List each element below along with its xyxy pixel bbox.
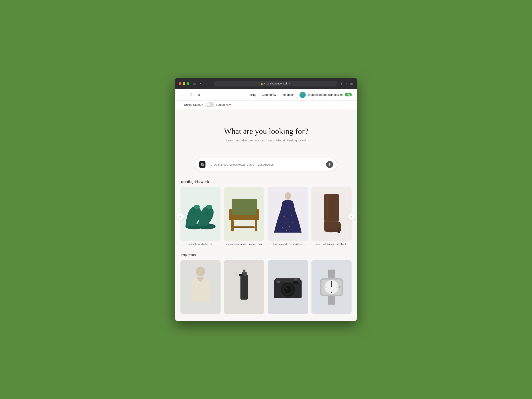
product-image <box>268 187 308 241</box>
svg-rect-12 <box>229 209 232 220</box>
svg-point-24 <box>289 226 290 227</box>
share-icon[interactable]: ⬆ <box>340 81 344 86</box>
svg-point-0 <box>301 93 304 97</box>
svg-point-7 <box>206 205 212 209</box>
product-card[interactable]: leah's roberto cavalli dress <box>268 187 308 246</box>
svg-point-45 <box>285 287 287 289</box>
svg-point-47 <box>294 278 298 281</box>
filter-icon[interactable]: ≡ <box>180 103 181 106</box>
close-button[interactable] <box>179 82 181 85</box>
diamond-icon[interactable]: ◈ <box>197 92 202 98</box>
search-new-toggle[interactable] <box>206 102 214 107</box>
pro-badge: Pro <box>345 93 352 96</box>
svg-rect-48 <box>293 281 298 284</box>
carousel-next-button[interactable]: › <box>348 213 355 220</box>
svg-rect-49 <box>328 270 335 279</box>
browser-controls-left: ⊡ ▾ <box>192 82 202 86</box>
browser-actions: ⬆ + ⊞ <box>340 81 353 86</box>
top-navigation: ↩ ♡ ◈ Pricing Community Feedback <box>175 89 357 101</box>
svg-rect-1 <box>201 164 203 165</box>
svg-rect-61 <box>338 286 341 288</box>
svg-rect-16 <box>234 227 255 228</box>
svg-point-23 <box>285 224 286 224</box>
refresh-icon[interactable]: ↻ <box>289 82 291 85</box>
country-label: United States <box>184 103 201 106</box>
svg-point-5 <box>194 205 200 209</box>
search-submit-button[interactable] <box>326 161 333 168</box>
svg-point-27 <box>286 230 287 231</box>
trending-title: Trending this Week <box>180 180 352 184</box>
chevron-down-icon[interactable]: ▾ <box>198 82 202 85</box>
svg-rect-58 <box>336 287 338 287</box>
svg-rect-14 <box>231 220 234 231</box>
product-card[interactable]: mid-century modern lounge chair <box>224 187 264 246</box>
back-icon[interactable]: ‹ <box>205 81 208 86</box>
search-input[interactable] <box>208 163 323 166</box>
inspiration-card[interactable] <box>268 260 308 314</box>
back-history-icon[interactable]: ↩ <box>180 92 185 98</box>
heart-icon[interactable]: ♡ <box>189 92 194 98</box>
svg-rect-46 <box>277 281 280 283</box>
svg-rect-10 <box>232 199 257 215</box>
trending-section: Trending this Week ‹ <box>175 180 357 253</box>
svg-rect-11 <box>229 215 259 220</box>
toggle-container: Search New <box>206 102 231 107</box>
svg-point-25 <box>282 228 283 228</box>
toolbar: ≡ United States ▾ Search New <box>175 101 357 109</box>
svg-point-30 <box>324 229 338 233</box>
user-email: shopencoreapp@gmail.com <box>307 93 343 96</box>
svg-point-38 <box>236 276 236 276</box>
search-bar[interactable] <box>195 158 337 171</box>
tabs-icon[interactable]: ⊞ <box>350 81 353 86</box>
minimize-button[interactable] <box>183 82 185 85</box>
lock-icon: 🔒 <box>260 82 263 85</box>
search-container <box>175 158 357 171</box>
country-selector[interactable]: United States ▾ <box>184 103 203 106</box>
search-camera-icon[interactable] <box>199 161 205 168</box>
inspiration-grid <box>180 260 352 314</box>
svg-rect-15 <box>255 220 257 231</box>
svg-point-31 <box>196 266 205 276</box>
product-image <box>311 187 352 241</box>
fullscreen-button[interactable] <box>187 82 189 85</box>
forward-icon[interactable]: › <box>209 81 211 86</box>
svg-point-20 <box>284 216 285 217</box>
toggle-label: Search New <box>216 103 231 106</box>
svg-rect-50 <box>328 296 335 304</box>
svg-rect-29 <box>338 228 340 233</box>
product-name: leah's roberto cavalli dress <box>268 242 308 246</box>
sidebar-toggle-icon[interactable]: ⊡ <box>192 82 197 86</box>
community-link[interactable]: Community <box>262 93 276 96</box>
carousel: ‹ <box>180 187 352 246</box>
nav-right: Pricing Community Feedback <box>248 92 352 98</box>
user-avatar <box>299 92 306 98</box>
svg-rect-32 <box>241 274 248 299</box>
svg-rect-3 <box>202 163 202 164</box>
inspiration-card[interactable] <box>224 260 264 314</box>
svg-rect-57 <box>325 287 327 287</box>
user-menu[interactable]: shopencoreapp@gmail.com Pro <box>299 92 352 98</box>
svg-point-22 <box>291 215 292 216</box>
hero-title: What are you looking for? <box>180 127 352 136</box>
address-bar[interactable]: 🔒 chat.shopencore.ai ↻ <box>214 81 337 86</box>
carousel-prev-button[interactable]: ‹ <box>177 213 184 220</box>
inspiration-card[interactable] <box>311 260 352 314</box>
svg-rect-56 <box>331 291 332 293</box>
traffic-lights <box>179 82 189 85</box>
svg-point-26 <box>292 222 293 223</box>
feedback-link[interactable]: Feedback <box>282 93 294 96</box>
product-card[interactable]: margiela tabi ballet flats <box>180 187 221 246</box>
product-card[interactable]: knee high banana heel boots <box>311 187 352 246</box>
hero-subtitle: Search and discover anything, secondhand… <box>180 139 352 142</box>
pricing-link[interactable]: Pricing <box>248 93 256 96</box>
inspiration-card[interactable] <box>180 260 221 314</box>
inspiration-title: Inspiration <box>180 253 352 257</box>
new-tab-icon[interactable]: + <box>345 81 348 86</box>
inspiration-section: Inspiration <box>175 253 357 321</box>
svg-rect-34 <box>243 270 245 273</box>
browser-window: ⊡ ▾ ‹ › 🔒 chat.shopencore.ai ↻ ⬆ + ⊞ ↩ ♡… <box>175 78 357 321</box>
svg-rect-35 <box>239 274 243 276</box>
chevron-down-icon: ▾ <box>202 103 203 106</box>
url-text: chat.shopencore.ai <box>265 82 287 85</box>
product-name: knee high banana heel boots <box>311 242 352 246</box>
